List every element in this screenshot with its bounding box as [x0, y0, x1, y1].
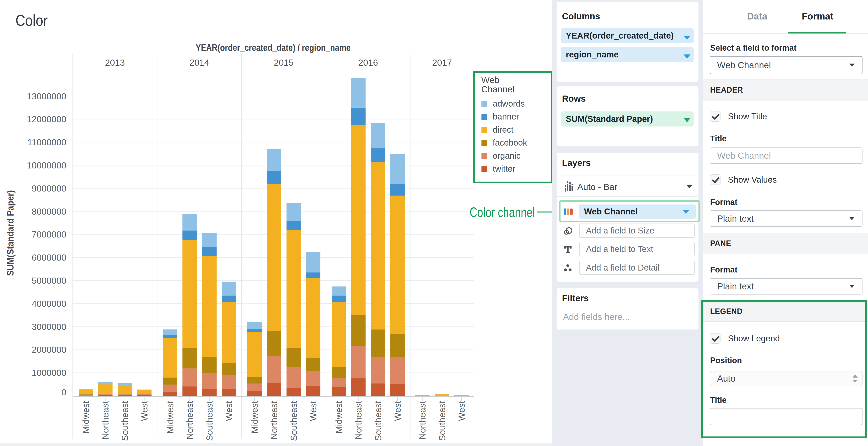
- svg-text:Southeast: Southeast: [373, 401, 383, 441]
- svg-text:Southeast: Southeast: [120, 401, 130, 441]
- svg-text:2016: 2016: [358, 58, 378, 68]
- svg-text:YEAR(order_created_date) / reg: YEAR(order_created_date) / region_name: [196, 42, 351, 53]
- svg-text:2014: 2014: [189, 58, 209, 68]
- svg-text:Northeast: Northeast: [100, 401, 111, 440]
- svg-text:West: West: [457, 401, 467, 421]
- svg-text:Northeast: Northeast: [185, 401, 195, 440]
- svg-text:Southeast: Southeast: [289, 401, 299, 441]
- svg-text:8000000: 8000000: [32, 206, 66, 217]
- svg-text:2015: 2015: [274, 58, 293, 68]
- svg-text:Midwest: Midwest: [250, 401, 259, 434]
- svg-text:2013: 2013: [105, 58, 125, 68]
- svg-text:West: West: [393, 401, 403, 421]
- svg-text:4000000: 4000000: [32, 299, 66, 309]
- svg-text:6000000: 6000000: [32, 253, 66, 262]
- svg-text:11000000: 11000000: [27, 137, 66, 147]
- svg-text:West: West: [140, 401, 149, 421]
- svg-text:Southeast: Southeast: [437, 401, 447, 441]
- svg-text:13000000: 13000000: [27, 91, 66, 101]
- svg-text:9000000: 9000000: [32, 184, 66, 193]
- svg-text:Color: Color: [16, 11, 48, 29]
- svg-text:Northeast: Northeast: [353, 401, 364, 440]
- svg-text:Midwest: Midwest: [334, 401, 344, 434]
- svg-text:5000000: 5000000: [32, 276, 66, 286]
- svg-text:Southeast: Southeast: [205, 401, 214, 441]
- svg-text:Midwest: Midwest: [81, 401, 91, 434]
- svg-text:3000000: 3000000: [32, 322, 66, 332]
- svg-text:Northeast: Northeast: [269, 401, 279, 440]
- svg-text:2000000: 2000000: [32, 345, 66, 355]
- svg-text:1000000: 1000000: [32, 368, 66, 378]
- svg-text:Midwest: Midwest: [165, 401, 175, 434]
- svg-text:7000000: 7000000: [32, 229, 66, 240]
- svg-text:SUM(Standard Paper): SUM(Standard Paper): [5, 190, 16, 276]
- svg-text:2017: 2017: [432, 58, 452, 68]
- svg-text:0: 0: [61, 387, 66, 397]
- svg-text:Northeast: Northeast: [417, 401, 428, 440]
- svg-text:10000000: 10000000: [27, 160, 66, 170]
- svg-text:West: West: [308, 401, 318, 421]
- svg-text:West: West: [224, 401, 234, 421]
- svg-text:12000000: 12000000: [27, 114, 66, 124]
